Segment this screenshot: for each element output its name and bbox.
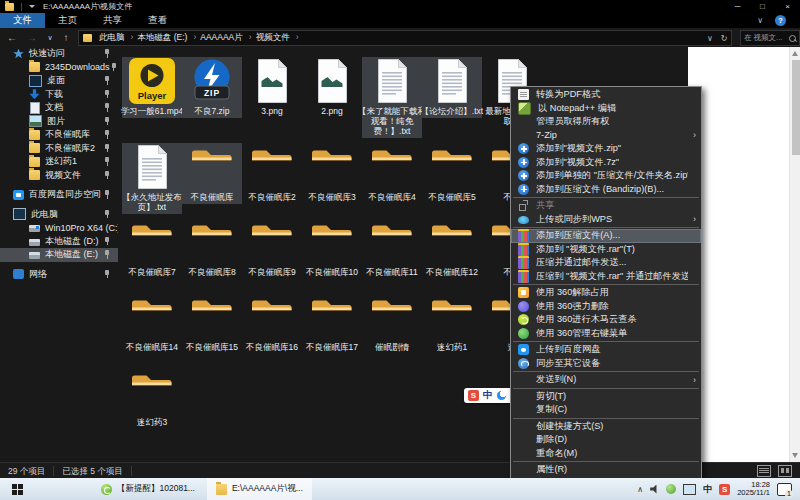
start-button[interactable] [0, 478, 34, 500]
file-tile[interactable]: 迷幻药1 [422, 293, 482, 354]
file-tile[interactable]: 不良催眠库17 [302, 293, 362, 354]
file-tile[interactable]: 不良催眠库10 [302, 218, 362, 279]
context-menu-item[interactable]: 7-Zip › [511, 129, 701, 143]
up-button[interactable]: ↑ [58, 31, 74, 44]
context-menu-item[interactable]: 使用 360进行木马云查杀 › [511, 313, 701, 327]
sogou-tray-icon[interactable]: S [719, 484, 730, 495]
context-menu-item[interactable]: 添加到压缩文件 (Bandizip)(B)... › [511, 183, 701, 197]
address-dropdown-icon[interactable]: ∨ [703, 34, 717, 43]
file-tile[interactable]: 不良催眠库16 [242, 293, 302, 354]
file-tile[interactable]: 不良催眠库3 [302, 143, 362, 204]
minimize-button[interactable]: ─ [725, 0, 750, 13]
moon-icon[interactable] [497, 391, 506, 400]
qat-dropdown-icon[interactable] [29, 5, 35, 8]
context-menu-item[interactable]: 管理员取得所有权 › [511, 115, 701, 129]
ribbon-collapse-icon[interactable]: ∨ [757, 16, 763, 25]
file-tile[interactable]: 不良催眠库8 [182, 218, 242, 279]
file-tile[interactable]: 3.png [242, 57, 302, 118]
context-menu-item[interactable]: 上传或同步到WPS › [511, 213, 701, 227]
context-menu-item[interactable]: 使用 360管理右键菜单 › [511, 327, 701, 341]
menu-tab[interactable]: 查看 [135, 13, 180, 28]
context-menu-item[interactable]: 以 Notepad++ 编辑 › [511, 102, 701, 116]
taskbar-task[interactable]: 【新提醒】102081... [92, 478, 204, 500]
background-scrollbar[interactable] [789, 47, 800, 462]
context-menu-item[interactable]: › [513, 418, 699, 419]
context-menu-item[interactable]: 上传到百度网盘 › [511, 343, 701, 357]
scroll-up-icon[interactable] [792, 51, 798, 56]
ime-mode-label[interactable]: 中 [483, 389, 493, 402]
file-tile[interactable]: 【论坛介绍】.txt [422, 57, 482, 118]
file-tile[interactable]: ZIP 不良7.zip [182, 57, 242, 118]
context-menu-item[interactable]: 删除(D) › [511, 433, 701, 447]
help-icon[interactable]: ? [775, 15, 786, 26]
context-menu-item[interactable]: 使用 360强力删除 › [511, 300, 701, 314]
forward-button[interactable]: → [24, 31, 40, 44]
context-menu-item[interactable]: 压缩到 "视频文件.rar" 并通过邮件发送 › [511, 270, 701, 284]
taskbar-task[interactable]: E:\AAAAAA片\视... [207, 478, 312, 500]
context-menu-item[interactable]: 使用 360解除占用 › [511, 286, 701, 300]
context-menu-item[interactable]: 添加到"视频文件.zip" › [511, 142, 701, 156]
ime-tray-label[interactable]: 中 [703, 483, 712, 496]
context-menu-item[interactable]: › [513, 227, 699, 228]
search-input[interactable]: 在 视频文... [740, 30, 800, 46]
background-text-window[interactable] [688, 47, 800, 462]
file-tile[interactable]: 不良催眠库11 [362, 218, 422, 279]
display-tray-icon[interactable] [683, 484, 696, 495]
file-tile[interactable]: Player 学习一般61.mp4 [122, 57, 182, 118]
context-menu-item[interactable]: 属性(R) › [511, 463, 701, 477]
refresh-icon[interactable]: ↻ [717, 34, 731, 43]
file-tile[interactable]: 迷幻药3 [122, 368, 182, 429]
clock[interactable]: 18:28 2025/11/1 [737, 481, 770, 498]
context-menu-item[interactable]: › [513, 284, 699, 285]
context-menu-item[interactable]: 重命名(M) › [511, 447, 701, 461]
context-menu-item[interactable]: 添加到压缩文件(A)... › [511, 229, 701, 243]
context-menu-item[interactable]: 创建快捷方式(S) › [511, 420, 701, 434]
details-view-icon[interactable] [757, 465, 771, 477]
recent-dropdown-icon[interactable]: ∨ [42, 31, 58, 44]
file-tile[interactable]: 催眠剧情 [362, 293, 422, 354]
context-menu-item[interactable]: › [513, 388, 699, 389]
file-tile[interactable]: 【来了就能下载和观看！纯免费！】.txt [362, 57, 422, 138]
context-menu-item[interactable]: 压缩并通过邮件发送... › [511, 256, 701, 270]
context-menu-item[interactable]: 同步至其它设备 › [511, 357, 701, 371]
file-tile[interactable]: 不良催眠库9 [242, 218, 302, 279]
file-tile[interactable]: 不良催眠库 [182, 143, 242, 204]
breadcrumb-item[interactable]: 视频文件 [254, 32, 301, 44]
breadcrumb[interactable]: 此电脑本地磁盘 (E:)AAAAAA片视频文件 ∨ ↻ [78, 30, 732, 46]
thumbnail-view-icon[interactable] [778, 465, 792, 477]
file-tile[interactable]: 2.png [302, 57, 362, 118]
context-menu-item[interactable]: 添加到单独的 "压缩文件/文件夹名.zip"(E) › [511, 169, 701, 183]
sogou-logo-icon[interactable]: S [468, 390, 479, 401]
context-menu-item[interactable]: 转换为PDF格式 › [511, 88, 701, 102]
file-tile[interactable]: 不良催眠库12 [422, 218, 482, 279]
tray-overflow-icon[interactable]: ∧ [637, 485, 643, 494]
context-menu-item[interactable]: 复制(C) › [511, 403, 701, 417]
context-menu-item[interactable]: 发送到(N) › [511, 373, 701, 387]
antivirus-tray-icon[interactable] [666, 484, 676, 494]
context-menu-item[interactable]: › [513, 341, 699, 342]
context-menu-item[interactable]: › [513, 371, 699, 372]
breadcrumb-item[interactable]: 本地磁盘 (E:) [135, 32, 198, 44]
context-menu-item[interactable]: 添加到"视频文件.7z" › [511, 156, 701, 170]
maximize-button[interactable]: □ [750, 0, 775, 13]
file-tile[interactable]: 不良催眠库5 [422, 143, 482, 204]
breadcrumb-item[interactable]: 此电脑 [97, 32, 135, 44]
file-tile[interactable]: 【永久地址发布页】.txt [122, 143, 182, 214]
scrollbar-thumb[interactable] [792, 60, 800, 155]
file-tile[interactable]: 不良催眠库7 [122, 218, 182, 279]
breadcrumb-item[interactable]: AAAAAA片 [198, 32, 253, 44]
context-menu-item[interactable]: 共享 › [511, 199, 701, 213]
notification-icon[interactable]: 1 [777, 483, 792, 496]
volume-icon[interactable] [650, 485, 659, 494]
close-button[interactable]: × [775, 0, 800, 13]
context-menu-item[interactable]: › [513, 197, 699, 198]
menu-tab[interactable]: 主页 [45, 13, 90, 28]
context-menu-item[interactable]: 剪切(T) › [511, 390, 701, 404]
file-tile[interactable]: 不良催眠库15 [182, 293, 242, 354]
menu-tab[interactable]: 共享 [90, 13, 135, 28]
back-button[interactable]: ← [4, 31, 20, 44]
file-tile[interactable]: 不良催眠库14 [122, 293, 182, 354]
context-menu-item[interactable]: › [513, 461, 699, 462]
context-menu-item[interactable]: 添加到 "视频文件.rar"(T) › [511, 243, 701, 257]
file-tile[interactable]: 不良催眠库2 [242, 143, 302, 204]
